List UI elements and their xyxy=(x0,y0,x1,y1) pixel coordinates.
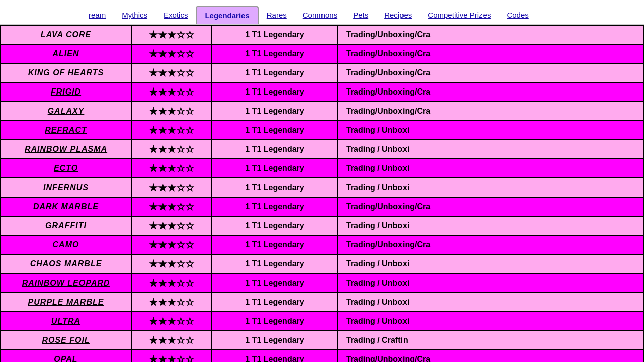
item-name: CHAOS MARBLE xyxy=(1,254,131,274)
item-source: Trading/Unboxing/Cra xyxy=(338,25,643,44)
item-name: PURPLE MARBLE xyxy=(1,293,131,312)
table-row: OPAL★★★☆☆1 T1 LegendaryTrading/Unboxing/… xyxy=(1,350,643,362)
item-source: Trading/Unboxing/Cra xyxy=(338,197,643,216)
table-container: LAVA CORE★★★☆☆1 T1 LegendaryTrading/Unbo… xyxy=(0,25,644,362)
table-row: ALIEN★★★☆☆1 T1 LegendaryTrading/Unboxing… xyxy=(1,44,643,63)
item-name: ULTRA xyxy=(1,312,131,331)
item-value: 1 T1 Legendary xyxy=(212,82,338,102)
table-row: CHAOS MARBLE★★★☆☆1 T1 LegendaryTrading /… xyxy=(1,254,643,274)
item-source: Trading / Unboxi xyxy=(338,274,643,293)
table-row: GALAXY★★★☆☆1 T1 LegendaryTrading/Unboxin… xyxy=(1,102,643,121)
item-name: ECTO xyxy=(1,159,131,178)
table-row: FRIGID★★★☆☆1 T1 LegendaryTrading/Unboxin… xyxy=(1,82,643,102)
item-value: 1 T1 Legendary xyxy=(212,274,338,293)
item-source: Trading / Unboxi xyxy=(338,178,643,197)
item-name: OPAL xyxy=(1,350,131,362)
item-source: Trading / Unboxi xyxy=(338,216,643,235)
nav-tab-exotics[interactable]: Exotics xyxy=(155,7,196,23)
item-stars: ★★★☆☆ xyxy=(131,178,212,197)
item-value: 1 T1 Legendary xyxy=(212,25,338,44)
item-name: REFRACT xyxy=(1,121,131,140)
item-source: Trading / Unboxi xyxy=(338,254,643,274)
page-wrapper: reamMythicsExoticsLegendariesRaresCommon… xyxy=(0,0,644,362)
item-name: GRAFFITI xyxy=(1,216,131,235)
item-value: 1 T1 Legendary xyxy=(212,235,338,254)
table-row: RAINBOW PLASMA★★★☆☆1 T1 LegendaryTrading… xyxy=(1,140,643,159)
item-source: Trading/Unboxing/Cra xyxy=(338,44,643,63)
table-row: RAINBOW LEOPARD★★★☆☆1 T1 LegendaryTradin… xyxy=(1,274,643,293)
item-value: 1 T1 Legendary xyxy=(212,102,338,121)
item-value: 1 T1 Legendary xyxy=(212,178,338,197)
item-stars: ★★★☆☆ xyxy=(131,216,212,235)
nav-tab-commons[interactable]: Commons xyxy=(295,7,345,23)
item-source: Trading / Unboxi xyxy=(338,121,643,140)
item-stars: ★★★☆☆ xyxy=(131,121,212,140)
table-row: ULTRA★★★☆☆1 T1 LegendaryTrading / Unboxi xyxy=(1,312,643,331)
page-title xyxy=(0,0,644,6)
item-name: LAVA CORE xyxy=(1,25,131,44)
table-row: LAVA CORE★★★☆☆1 T1 LegendaryTrading/Unbo… xyxy=(1,25,643,44)
item-source: Trading/Unboxing/Cra xyxy=(338,102,643,121)
item-stars: ★★★☆☆ xyxy=(131,235,212,254)
item-source: Trading/Unboxing/Cra xyxy=(338,235,643,254)
nav-tab-mythics[interactable]: Mythics xyxy=(114,7,155,23)
item-value: 1 T1 Legendary xyxy=(212,63,338,82)
item-stars: ★★★☆☆ xyxy=(131,274,212,293)
nav-tabs: reamMythicsExoticsLegendariesRaresCommon… xyxy=(0,6,644,25)
table-row: ECTO★★★☆☆1 T1 LegendaryTrading / Unboxi xyxy=(1,159,643,178)
table-row: CAMO★★★☆☆1 T1 LegendaryTrading/Unboxing/… xyxy=(1,235,643,254)
item-name: CAMO xyxy=(1,235,131,254)
nav-tab-competitive-prizes[interactable]: Competitive Prizes xyxy=(420,7,499,23)
table-row: REFRACT★★★☆☆1 T1 LegendaryTrading / Unbo… xyxy=(1,121,643,140)
item-name: FRIGID xyxy=(1,82,131,102)
item-source: Trading/Unboxing/Cra xyxy=(338,63,643,82)
item-source: Trading / Unboxi xyxy=(338,159,643,178)
item-stars: ★★★☆☆ xyxy=(131,159,212,178)
item-name: RAINBOW LEOPARD xyxy=(1,274,131,293)
table-row: ROSE FOIL★★★☆☆1 T1 LegendaryTrading / Cr… xyxy=(1,331,643,350)
item-stars: ★★★☆☆ xyxy=(131,293,212,312)
item-stars: ★★★☆☆ xyxy=(131,312,212,331)
item-source: Trading / Unboxi xyxy=(338,293,643,312)
item-name: DARK MARBLE xyxy=(1,197,131,216)
item-stars: ★★★☆☆ xyxy=(131,102,212,121)
nav-tab-recipes[interactable]: Recipes xyxy=(376,7,420,23)
item-value: 1 T1 Legendary xyxy=(212,121,338,140)
item-name: ROSE FOIL xyxy=(1,331,131,350)
item-stars: ★★★☆☆ xyxy=(131,25,212,44)
item-value: 1 T1 Legendary xyxy=(212,216,338,235)
value-table: LAVA CORE★★★☆☆1 T1 LegendaryTrading/Unbo… xyxy=(0,25,644,362)
table-row: INFERNUS★★★☆☆1 T1 LegendaryTrading / Unb… xyxy=(1,178,643,197)
item-stars: ★★★☆☆ xyxy=(131,82,212,102)
item-stars: ★★★☆☆ xyxy=(131,350,212,362)
nav-tab-rares[interactable]: Rares xyxy=(259,7,295,23)
item-value: 1 T1 Legendary xyxy=(212,44,338,63)
item-source: Trading / Unboxi xyxy=(338,140,643,159)
item-value: 1 T1 Legendary xyxy=(212,331,338,350)
item-name: KING OF HEARTS xyxy=(1,63,131,82)
table-row: DARK MARBLE★★★☆☆1 T1 LegendaryTrading/Un… xyxy=(1,197,643,216)
item-value: 1 T1 Legendary xyxy=(212,293,338,312)
item-source: Trading / Craftin xyxy=(338,331,643,350)
nav-tab-codes[interactable]: Codes xyxy=(499,7,536,23)
item-stars: ★★★☆☆ xyxy=(131,331,212,350)
item-name: ALIEN xyxy=(1,44,131,63)
item-source: Trading/Unboxing/Cra xyxy=(338,350,643,362)
nav-tab-legendaries[interactable]: Legendaries xyxy=(196,6,258,24)
item-value: 1 T1 Legendary xyxy=(212,312,338,331)
item-value: 1 T1 Legendary xyxy=(212,140,338,159)
item-value: 1 T1 Legendary xyxy=(212,254,338,274)
item-value: 1 T1 Legendary xyxy=(212,159,338,178)
item-stars: ★★★☆☆ xyxy=(131,44,212,63)
nav-tab-pets[interactable]: Pets xyxy=(345,7,376,23)
item-name: RAINBOW PLASMA xyxy=(1,140,131,159)
item-source: Trading/Unboxing/Cra xyxy=(338,82,643,102)
item-name: GALAXY xyxy=(1,102,131,121)
item-stars: ★★★☆☆ xyxy=(131,197,212,216)
item-value: 1 T1 Legendary xyxy=(212,350,338,362)
item-stars: ★★★☆☆ xyxy=(131,140,212,159)
item-source: Trading / Unboxi xyxy=(338,312,643,331)
table-row: GRAFFITI★★★☆☆1 T1 LegendaryTrading / Unb… xyxy=(1,216,643,235)
item-value: 1 T1 Legendary xyxy=(212,197,338,216)
nav-tab-ream[interactable]: ream xyxy=(80,7,114,23)
